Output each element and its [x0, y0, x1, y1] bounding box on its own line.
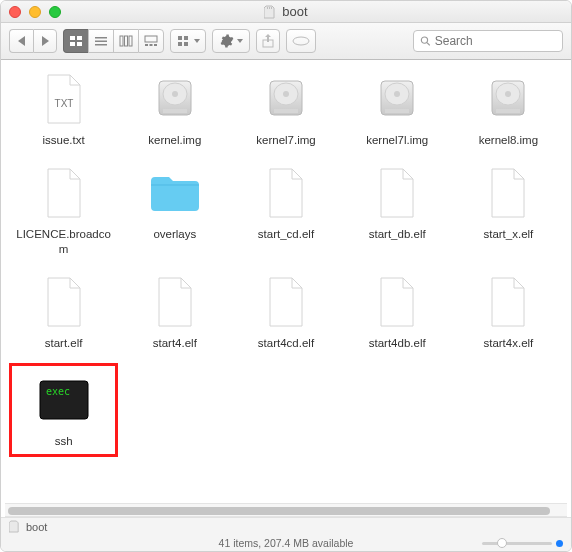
view-switcher [63, 29, 164, 53]
svg-point-36 [394, 91, 400, 97]
file-label: start_cd.elf [258, 227, 314, 241]
file-item[interactable]: kernel.img [120, 71, 229, 147]
disk-image-icon [258, 71, 314, 127]
file-label: start4x.elf [483, 336, 533, 350]
svg-rect-4 [77, 36, 82, 40]
svg-point-23 [421, 37, 427, 43]
group-by-icon [177, 35, 191, 47]
file-label: overlays [153, 227, 196, 241]
file-label: start4cd.elf [258, 336, 314, 350]
svg-rect-11 [125, 36, 128, 46]
svg-rect-7 [95, 37, 107, 39]
file-item[interactable]: LICENCE.broadcom [9, 165, 118, 256]
file-item[interactable]: start.elf [9, 274, 118, 350]
file-label: start_db.elf [369, 227, 426, 241]
file-item[interactable]: start4cd.elf [231, 274, 340, 350]
slider-knob[interactable] [497, 538, 507, 548]
search-input[interactable] [435, 34, 556, 48]
file-icon [369, 165, 425, 221]
svg-rect-12 [129, 36, 132, 46]
txt-file-icon: TXT [36, 71, 92, 127]
svg-line-24 [427, 43, 430, 46]
list-view-button[interactable] [88, 29, 113, 53]
file-item[interactable]: start_cd.elf [231, 165, 340, 256]
back-button[interactable] [9, 29, 33, 53]
file-label: start_x.elf [483, 227, 533, 241]
svg-point-40 [505, 91, 511, 97]
file-item[interactable]: start4db.elf [343, 274, 452, 350]
slider-max-icon [556, 540, 563, 547]
svg-rect-18 [184, 36, 188, 40]
svg-rect-2 [271, 7, 272, 9]
svg-text:TXT: TXT [54, 98, 73, 109]
file-label: kernel7l.img [366, 133, 428, 147]
file-item[interactable]: start4.elf [120, 274, 229, 350]
chevron-left-icon [18, 34, 25, 49]
list-view-icon [94, 35, 108, 47]
svg-rect-1 [269, 7, 270, 9]
gallery-view-icon [144, 35, 158, 47]
file-item[interactable]: kernel8.img [454, 71, 563, 147]
gear-icon [220, 34, 234, 48]
forward-button[interactable] [33, 29, 57, 53]
svg-point-28 [172, 91, 178, 97]
svg-point-22 [293, 37, 309, 45]
tag-icon [292, 36, 310, 46]
svg-rect-16 [154, 44, 157, 46]
svg-rect-19 [178, 42, 182, 46]
toolbar [1, 23, 571, 60]
svg-rect-20 [184, 42, 188, 46]
search-field[interactable] [413, 30, 563, 52]
file-item[interactable]: kernel7.img [231, 71, 340, 147]
titlebar: boot [1, 1, 571, 23]
edit-tags-button[interactable] [286, 29, 316, 53]
file-label: kernel.img [148, 133, 201, 147]
svg-rect-10 [120, 36, 123, 46]
file-label: start4db.elf [369, 336, 426, 350]
horizontal-scrollbar[interactable] [5, 503, 567, 517]
svg-rect-14 [145, 44, 148, 46]
scrollbar-thumb[interactable] [8, 507, 550, 515]
path-bar: boot [1, 517, 571, 535]
file-item[interactable]: execssh [9, 363, 118, 457]
disk-image-icon [147, 71, 203, 127]
slider-track[interactable] [482, 542, 552, 545]
file-browser-content[interactable]: TXTissue.txtkernel.imgkernel7.imgkernel7… [1, 61, 571, 501]
file-item[interactable]: overlays [120, 165, 229, 256]
svg-rect-17 [178, 36, 182, 40]
disk-image-icon [369, 71, 425, 127]
file-item[interactable]: TXTissue.txt [9, 71, 118, 147]
window-title: boot [1, 4, 571, 19]
icon-view-button[interactable] [63, 29, 88, 53]
status-bar: 41 items, 207.4 MB available [1, 535, 571, 551]
gallery-view-button[interactable] [138, 29, 164, 53]
svg-rect-6 [77, 42, 82, 46]
icon-size-slider[interactable] [482, 540, 563, 547]
file-item[interactable]: start_x.elf [454, 165, 563, 256]
share-button[interactable] [256, 29, 280, 53]
file-item[interactable]: kernel7l.img [343, 71, 452, 147]
sd-card-icon [9, 520, 20, 533]
file-icon [258, 274, 314, 330]
file-item[interactable]: start_db.elf [343, 165, 452, 256]
file-icon [147, 274, 203, 330]
action-menu-button[interactable] [212, 29, 250, 53]
svg-rect-41 [496, 109, 520, 113]
path-location[interactable]: boot [26, 521, 47, 533]
svg-rect-9 [95, 44, 107, 46]
file-label: ssh [55, 434, 73, 448]
chevron-down-icon [237, 39, 243, 43]
exec-icon: exec [36, 372, 92, 428]
svg-rect-33 [274, 109, 298, 113]
status-text: 41 items, 207.4 MB available [219, 537, 354, 549]
column-view-button[interactable] [113, 29, 138, 53]
svg-rect-29 [163, 109, 187, 113]
arrange-group [170, 29, 206, 53]
share-icon [262, 34, 274, 48]
chevron-right-icon [42, 34, 49, 49]
grid-view-icon [69, 35, 83, 47]
svg-rect-0 [267, 7, 268, 9]
file-icon [369, 274, 425, 330]
file-item[interactable]: start4x.elf [454, 274, 563, 350]
group-by-button[interactable] [170, 29, 206, 53]
